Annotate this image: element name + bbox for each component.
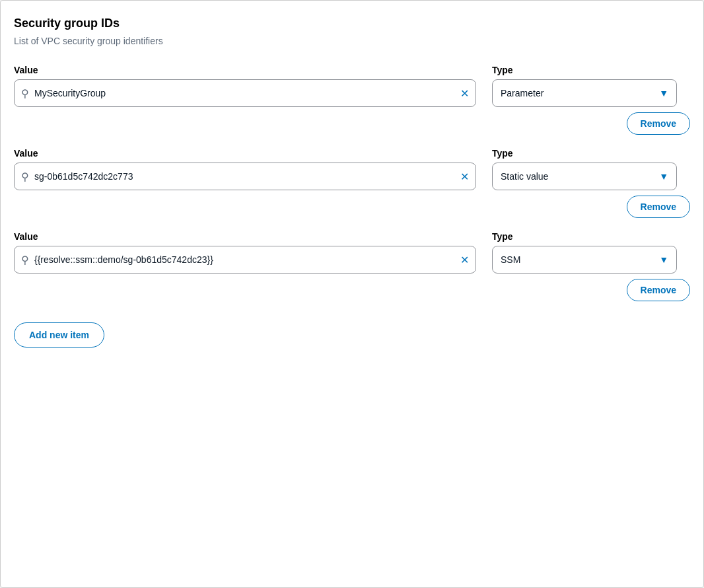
row-3-remove-button[interactable]: Remove: [627, 279, 690, 301]
row-3-type-label: Type: [492, 231, 677, 242]
row-3-type-value: SSM: [501, 254, 659, 265]
row-2-value-input[interactable]: [34, 171, 460, 182]
chevron-down-icon: ▼: [659, 171, 668, 182]
panel-title: Security group IDs: [14, 17, 690, 30]
row-1-value-col: Value ⚲ ✕: [14, 65, 476, 107]
row-2-value-col: Value ⚲ ✕: [14, 148, 476, 190]
chevron-down-icon: ▼: [659, 254, 668, 265]
row-2-type-value: Static value: [501, 171, 659, 182]
search-icon: ⚲: [21, 254, 29, 266]
row-2-type-col: Type Static value ▼: [492, 148, 677, 190]
add-new-item-button[interactable]: Add new item: [14, 322, 104, 348]
row-1-type-label: Type: [492, 65, 677, 75]
row-2-actions: Remove: [14, 196, 690, 218]
row-1-value-input-wrapper: ⚲ ✕: [14, 79, 476, 107]
security-group-row-2: Value ⚲ ✕ Type Static value ▼ Remove: [14, 148, 690, 218]
row-1-remove-button[interactable]: Remove: [627, 112, 690, 135]
row-1-type-value: Parameter: [501, 88, 659, 98]
row-2-type-select[interactable]: Static value ▼: [492, 163, 677, 190]
row-3-value-label: Value: [14, 231, 476, 242]
row-2-clear-icon[interactable]: ✕: [460, 170, 469, 183]
row-1-value-input[interactable]: [34, 88, 460, 98]
row-2-type-label: Type: [492, 148, 677, 159]
row-1-clear-icon[interactable]: ✕: [460, 87, 469, 100]
chevron-down-icon: ▼: [659, 88, 668, 98]
row-3-value-input[interactable]: [34, 254, 460, 265]
row-2-value-input-wrapper: ⚲ ✕: [14, 163, 476, 190]
row-3-type-select[interactable]: SSM ▼: [492, 246, 677, 274]
row-2-remove-button[interactable]: Remove: [627, 196, 690, 218]
row-3-value-col: Value ⚲ ✕: [14, 231, 476, 274]
security-group-row-3: Value ⚲ ✕ Type SSM ▼ Remove: [14, 231, 690, 301]
row-3-actions: Remove: [14, 279, 690, 301]
security-group-ids-panel: Security group IDs List of VPC security …: [0, 0, 704, 588]
search-icon: ⚲: [21, 87, 29, 100]
row-2-value-label: Value: [14, 148, 476, 159]
row-1-value-label: Value: [14, 65, 476, 75]
security-group-row-1: Value ⚲ ✕ Type Parameter ▼ Remove: [14, 65, 690, 135]
search-icon: ⚲: [21, 170, 29, 183]
panel-subtitle: List of VPC security group identifiers: [14, 36, 690, 46]
row-3-clear-icon[interactable]: ✕: [460, 254, 469, 266]
row-3-value-input-wrapper: ⚲ ✕: [14, 246, 476, 274]
row-3-header: Value ⚲ ✕ Type SSM ▼: [14, 231, 690, 274]
row-1-header: Value ⚲ ✕ Type Parameter ▼: [14, 65, 690, 107]
row-3-type-col: Type SSM ▼: [492, 231, 677, 274]
row-1-actions: Remove: [14, 112, 690, 135]
row-1-type-select[interactable]: Parameter ▼: [492, 79, 677, 107]
row-2-header: Value ⚲ ✕ Type Static value ▼: [14, 148, 690, 190]
row-1-type-col: Type Parameter ▼: [492, 65, 677, 107]
